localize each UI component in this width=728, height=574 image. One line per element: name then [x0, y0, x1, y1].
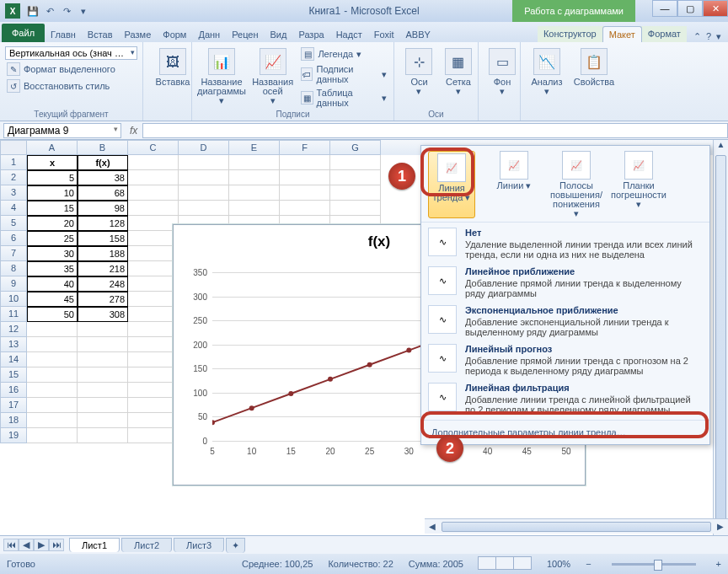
tab-review[interactable]: Рецен — [226, 27, 264, 42]
row-header[interactable]: 5 — [0, 216, 27, 231]
cell[interactable] — [280, 170, 330, 185]
zoom-out-icon[interactable]: − — [586, 559, 591, 569]
maximize-button[interactable]: ▢ — [677, 0, 703, 17]
sheet-prev-icon[interactable]: ◀ — [19, 539, 34, 551]
sheet-last-icon[interactable]: ⏭ — [49, 539, 64, 551]
cell[interactable] — [27, 367, 78, 383]
tab-view[interactable]: Вид — [265, 27, 293, 42]
window-options-icon[interactable]: ▾ — [716, 31, 721, 42]
cell[interactable] — [27, 322, 78, 337]
cell[interactable] — [330, 201, 381, 216]
cell[interactable]: 30 — [27, 246, 78, 261]
cell[interactable] — [229, 185, 280, 201]
cell[interactable] — [27, 413, 78, 428]
sheet-first-icon[interactable]: ⏮ — [3, 539, 19, 551]
trendline-tool-button[interactable]: 📈Полосы повышения/понижения ▾ — [553, 151, 600, 218]
data-table-button[interactable]: ▦Таблица данных ▾ — [299, 87, 388, 109]
cell[interactable] — [128, 155, 179, 170]
cell[interactable] — [128, 352, 179, 367]
row-header[interactable]: 2 — [0, 170, 27, 185]
horizontal-scrollbar[interactable]: ◀ ▶ — [425, 518, 728, 534]
sheet-tab-2[interactable]: Лист2 — [121, 538, 172, 552]
column-header[interactable]: C — [128, 140, 179, 155]
tab-layout[interactable]: Макет — [602, 26, 642, 42]
cell[interactable]: 25 — [27, 231, 78, 246]
row-header[interactable]: 17 — [0, 398, 27, 413]
row-header[interactable]: 10 — [0, 292, 27, 307]
tab-abby[interactable]: ABBY — [400, 27, 436, 42]
analysis-button[interactable]: 📉Анализ▾ — [526, 45, 568, 118]
column-header[interactable]: A — [27, 140, 78, 155]
file-tab[interactable]: Файл — [2, 24, 45, 42]
cell[interactable] — [128, 367, 179, 383]
tab-design[interactable]: Конструктор — [538, 26, 602, 42]
cell[interactable] — [179, 185, 229, 201]
row-header[interactable]: 16 — [0, 383, 27, 398]
trendline-tool-button[interactable]: 📈Планки погрешности ▾ — [615, 151, 662, 218]
cell[interactable] — [78, 413, 128, 428]
cell[interactable] — [280, 155, 330, 170]
cell[interactable] — [330, 170, 381, 185]
axis-titles-button[interactable]: 📈Названия осей▾ — [251, 45, 294, 118]
scroll-left-icon[interactable]: ◀ — [425, 522, 440, 531]
cell[interactable] — [128, 231, 179, 246]
cell[interactable] — [128, 170, 179, 185]
cell[interactable]: 10 — [27, 185, 78, 201]
cell[interactable] — [128, 398, 179, 413]
trendline-option[interactable]: ∿НетУдаление выделенной линии тренда или… — [421, 224, 709, 263]
gridlines-button[interactable]: ▦Сетка▾ — [444, 45, 473, 118]
cell[interactable]: 68 — [78, 185, 128, 201]
cell[interactable] — [78, 428, 128, 443]
column-header[interactable]: G — [330, 140, 381, 155]
minimize-button[interactable]: — — [652, 0, 677, 17]
trendline-tool-button[interactable]: 📈Линия тренда ▾ — [428, 151, 475, 218]
cell[interactable] — [128, 337, 179, 352]
undo-icon[interactable]: ↶ — [42, 3, 57, 19]
cell[interactable] — [128, 413, 179, 428]
cell[interactable]: 5 — [27, 170, 78, 185]
cell[interactable] — [128, 307, 179, 322]
column-header[interactable]: B — [78, 140, 128, 155]
row-header[interactable]: 6 — [0, 231, 27, 246]
cell[interactable] — [280, 185, 330, 201]
row-header[interactable]: 12 — [0, 322, 27, 337]
cell[interactable] — [78, 398, 128, 413]
cell[interactable]: 20 — [27, 216, 78, 231]
cell[interactable]: f(x) — [78, 155, 128, 170]
cell[interactable]: 158 — [78, 231, 128, 246]
tab-insert[interactable]: Встав — [82, 27, 119, 42]
cell[interactable] — [229, 170, 280, 185]
minimize-ribbon-icon[interactable]: ⌃ — [693, 31, 701, 42]
cell[interactable]: 278 — [78, 292, 128, 307]
row-header[interactable]: 19 — [0, 428, 27, 443]
zoom-slider[interactable] — [612, 563, 696, 566]
cell[interactable]: 40 — [27, 276, 78, 292]
sheet-tab-3[interactable]: Лист3 — [174, 538, 224, 552]
cell[interactable]: 248 — [78, 276, 128, 292]
row-header[interactable]: 18 — [0, 413, 27, 428]
cell[interactable] — [128, 276, 179, 292]
cell[interactable] — [128, 216, 179, 231]
help-icon[interactable]: ? — [706, 31, 711, 42]
cell[interactable] — [78, 352, 128, 367]
redo-icon[interactable]: ↷ — [59, 3, 74, 19]
format-selection-button[interactable]: ✎Формат выделенного — [5, 62, 137, 77]
cell[interactable] — [128, 246, 179, 261]
cell[interactable] — [78, 337, 128, 352]
cell[interactable]: 45 — [27, 292, 78, 307]
cell[interactable] — [128, 261, 179, 276]
vertical-scrollbar[interactable]: ▲ ▼ — [713, 140, 728, 535]
properties-button[interactable]: 📋Свойства — [573, 45, 615, 118]
tab-format[interactable]: Формат — [642, 26, 687, 42]
cell[interactable] — [229, 155, 280, 170]
formula-input[interactable] — [142, 123, 728, 138]
sheet-next-icon[interactable]: ▶ — [34, 539, 49, 551]
cell[interactable]: 35 — [27, 261, 78, 276]
scroll-up-icon[interactable]: ▲ — [714, 140, 728, 155]
cell[interactable] — [179, 201, 229, 216]
tab-home[interactable]: Главн — [45, 27, 82, 42]
row-header[interactable]: 15 — [0, 367, 27, 383]
row-header[interactable]: 13 — [0, 337, 27, 352]
fx-icon[interactable]: fx — [125, 125, 142, 137]
legend-button[interactable]: ▤Легенда ▾ — [299, 46, 388, 62]
